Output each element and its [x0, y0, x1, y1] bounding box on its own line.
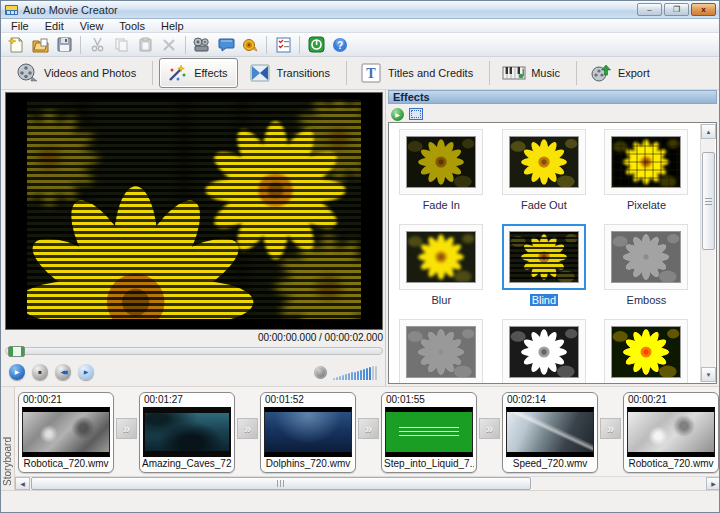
scrollbar-thumb[interactable] [702, 152, 715, 250]
record-narration-icon[interactable] [239, 35, 261, 55]
transition-placeholder-icon[interactable]: » [479, 418, 500, 439]
clip-thumbnail [385, 407, 473, 457]
clip-filename: Step_into_Liquid_7... [384, 457, 474, 470]
seek-bar[interactable] [5, 345, 385, 358]
add-effect-icon[interactable] [409, 108, 423, 120]
open-project-icon[interactable] [29, 35, 51, 55]
new-project-icon[interactable] [5, 35, 27, 55]
tab-label: Titles and Credits [388, 67, 473, 79]
tab-titles-and-credits[interactable]: T Titles and Credits [353, 58, 483, 88]
seek-thumb[interactable] [8, 346, 25, 357]
tab-export[interactable]: Export [583, 58, 660, 88]
export-reel-icon [589, 62, 613, 84]
task-checklist-icon[interactable] [272, 35, 294, 55]
menu-tools[interactable]: Tools [111, 19, 153, 32]
help-icon[interactable]: ? [329, 35, 351, 55]
effects-panel-title: Effects [393, 91, 430, 103]
scroll-left-icon[interactable]: ◀ [15, 477, 30, 490]
effect-item[interactable]: Pixelate [595, 125, 698, 220]
menu-help[interactable]: Help [153, 19, 192, 32]
toolbar: ? [1, 33, 719, 57]
seek-track[interactable] [5, 347, 383, 355]
paste-icon[interactable] [134, 35, 156, 55]
toolbar-separator [80, 36, 81, 54]
speaker-icon[interactable] [314, 366, 327, 379]
menu-view[interactable]: View [72, 19, 112, 32]
effect-overlay [510, 327, 578, 377]
play-button[interactable]: ▶ [9, 364, 25, 380]
effect-item[interactable] [595, 315, 698, 384]
minimize-button[interactable]: – [637, 3, 662, 16]
tab-videos-and-photos[interactable]: Videos and Photos [9, 58, 146, 88]
step-back-button[interactable]: ◀◀ [55, 364, 71, 380]
effects-grid: Fade In Fade Out Pixelate Blur [390, 125, 699, 384]
tab-separator [346, 61, 347, 85]
copy-icon[interactable] [110, 35, 132, 55]
effect-thumbnail-mount [604, 319, 688, 384]
effect-overlay [510, 232, 578, 282]
effect-thumbnail [611, 231, 681, 283]
effect-item[interactable] [390, 315, 493, 384]
capture-video-icon[interactable] [191, 35, 213, 55]
effects-scrollbar[interactable]: ▲ ▼ [700, 124, 715, 382]
app-window: Auto Movie Creator – ❐ x File Edit View … [0, 0, 720, 513]
clip-thumbnail [22, 407, 110, 457]
add-comment-icon[interactable] [215, 35, 237, 55]
scroll-right-icon[interactable]: ▶ [706, 477, 720, 490]
storyboard-label: Storyboard [2, 437, 13, 486]
timecode: 00:00:00.000 / 00:00:02.000 [258, 332, 383, 343]
transition-icon [248, 62, 272, 84]
delete-icon[interactable] [158, 35, 180, 55]
effect-item[interactable]: Blind [493, 220, 596, 315]
clip-filename: Speed_720.wmv [505, 457, 595, 470]
storyboard-clip[interactable]: 00:02:14 Speed_720.wmv [502, 392, 598, 473]
transition-placeholder-icon[interactable]: » [358, 418, 379, 439]
step-forward-button[interactable]: ▶ [78, 364, 94, 380]
magic-wand-icon [165, 62, 189, 84]
storyboard-clip[interactable]: 00:00:21 Robotica_720.wmv [623, 392, 719, 473]
effect-thumbnail-mount [399, 319, 483, 384]
scrollbar-thumb[interactable] [31, 477, 531, 490]
scroll-up-icon[interactable]: ▲ [701, 124, 716, 139]
transition-placeholder-icon[interactable]: » [116, 418, 137, 439]
tab-music[interactable]: Music [496, 58, 570, 88]
storyboard-clip[interactable]: 00:01:27 Amazing_Caves_72... [139, 392, 235, 473]
effect-item[interactable]: Fade In [390, 125, 493, 220]
tab-transitions[interactable]: Transitions [242, 58, 340, 88]
app-icon [5, 3, 19, 16]
storyboard-side-tab[interactable]: Storyboard [1, 387, 15, 490]
restore-button[interactable]: ❐ [664, 3, 689, 16]
effect-thumbnail [611, 326, 681, 378]
volume-level-bars[interactable] [333, 365, 377, 380]
effect-item[interactable]: Emboss [595, 220, 698, 315]
stop-button[interactable]: ■ [32, 364, 48, 380]
effect-thumbnail [509, 136, 579, 188]
tab-label: Effects [194, 67, 227, 79]
svg-text:?: ? [337, 40, 343, 51]
save-project-icon[interactable] [53, 35, 75, 55]
clip-duration: 00:00:21 [21, 394, 111, 407]
cut-icon[interactable] [86, 35, 108, 55]
scroll-down-icon[interactable]: ▼ [701, 367, 716, 382]
storyboard-clip[interactable]: 00:01:52 Dolphins_720.wmv [260, 392, 356, 473]
power-icon[interactable] [305, 35, 327, 55]
video-frame [27, 99, 361, 319]
storyboard-clip[interactable]: 00:00:21 Robotica_720.wmv [18, 392, 114, 473]
tab-effects[interactable]: Effects [159, 58, 237, 88]
effect-item[interactable] [493, 315, 596, 384]
effect-thumbnail-mount [502, 129, 586, 195]
transition-placeholder-icon[interactable]: » [600, 418, 621, 439]
menu-file[interactable]: File [3, 19, 37, 32]
storyboard-scrollbar[interactable]: ◀ ▶ [15, 476, 720, 490]
clip-duration: 00:01:55 [384, 394, 474, 407]
clip-thumbnail [143, 407, 231, 457]
preview-play-icon[interactable]: ▶ [391, 108, 404, 121]
close-button[interactable]: x [691, 3, 716, 16]
effect-item[interactable]: Blur [390, 220, 493, 315]
menu-edit[interactable]: Edit [37, 19, 72, 32]
storyboard-clip[interactable]: 00:01:55 Step_into_Liquid_7... [381, 392, 477, 473]
transition-placeholder-icon[interactable]: » [237, 418, 258, 439]
effect-item[interactable]: Fade Out [493, 125, 596, 220]
effect-thumbnail [406, 231, 476, 283]
effect-label: Fade Out [521, 199, 567, 213]
